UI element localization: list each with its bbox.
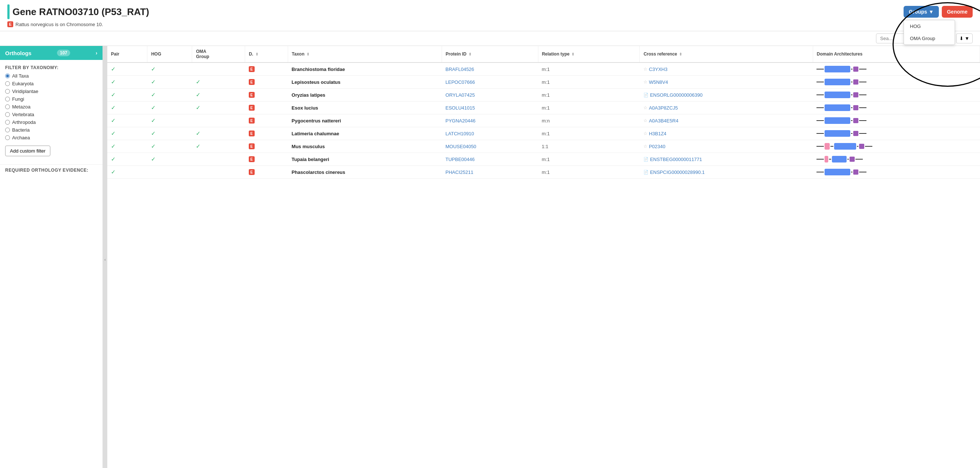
cross-ref-link[interactable]: 📄ENSPCIG00000028990.1 xyxy=(643,169,809,175)
radio-all-taxa-label: All Taxa xyxy=(12,73,29,79)
radio-fungi-input[interactable] xyxy=(5,97,10,102)
cross-ref-link[interactable]: ☆A0A3P8ZCJ5 xyxy=(643,105,809,111)
protein-id-link[interactable]: PHACI25211 xyxy=(445,169,473,175)
da-line-mid xyxy=(851,120,853,121)
relation-type-value: m:1 xyxy=(542,80,550,85)
subtitle-text: Rattus norvegicus is on Chromosome 10. xyxy=(16,22,103,27)
star-icon: ☆ xyxy=(643,67,648,72)
radio-archaea[interactable]: Archaea xyxy=(5,135,97,140)
add-custom-filter-button[interactable]: Add custom filter xyxy=(5,146,50,156)
radio-metazoa-input[interactable] xyxy=(5,104,10,109)
cross-ref-link[interactable]: ☆C3YXH3 xyxy=(643,67,809,72)
da-box-purple xyxy=(853,67,858,72)
radio-eukaryota-input[interactable] xyxy=(5,81,10,86)
d-badge: E xyxy=(249,156,255,162)
protein-id-link[interactable]: TUPBE00446 xyxy=(445,157,475,162)
radio-vertebrata-input[interactable] xyxy=(5,112,10,117)
radio-viridiplantae[interactable]: Viridiplantae xyxy=(5,89,97,94)
protein-id-link[interactable]: ORYLA07425 xyxy=(445,92,475,98)
radio-vertebrata[interactable]: Vertebrata xyxy=(5,112,97,117)
download-button[interactable]: ⬇ ▼ xyxy=(956,33,973,43)
cell-domain-arch xyxy=(813,62,980,76)
da-box-blue xyxy=(832,156,846,162)
radio-all-taxa-input[interactable] xyxy=(5,73,10,78)
protein-id-link[interactable]: LEPOC07666 xyxy=(445,80,475,85)
sidebar-chevron-icon[interactable]: › xyxy=(95,50,97,56)
cell-d: E xyxy=(245,153,288,166)
radio-vertebrata-label: Vertebrata xyxy=(12,112,34,117)
table-header-row: Pair HOG OMAGroup D. ⇕ Taxon ⇕ Protein I… xyxy=(107,46,980,62)
radio-archaea-input[interactable] xyxy=(5,135,10,140)
cross-ref-link[interactable]: 📄ENSORLG00000006390 xyxy=(643,92,809,98)
cell-protein-id: LEPOC07666 xyxy=(442,76,538,89)
table-row: ✓ ✓ E Branchiostoma floridae BRAFL04526 … xyxy=(107,62,980,76)
protein-id-link[interactable]: LATCH10910 xyxy=(445,131,474,136)
col-relation-type[interactable]: Relation type ⇕ xyxy=(538,46,640,62)
taxonomy-filter-section: FILTER BY TAXONOMY: All Taxa Eukaryota V… xyxy=(0,60,102,161)
cross-ref-link[interactable]: ☆W5N8V4 xyxy=(643,80,809,85)
sidebar-collapse-handle[interactable]: ‹ xyxy=(103,46,107,468)
radio-metazoa[interactable]: Metazoa xyxy=(5,104,97,110)
protein-id-link[interactable]: ESOLU41015 xyxy=(445,105,475,111)
star-icon: ☆ xyxy=(643,105,648,110)
cell-d: E xyxy=(245,102,288,114)
da-line-mid xyxy=(851,133,853,134)
header: Gene RATNO03710 (P53_RAT) E Rattus norve… xyxy=(0,0,980,31)
taxon-name: Esox lucius xyxy=(292,105,318,111)
domain-architecture xyxy=(816,156,976,162)
check-icon: ✓ xyxy=(196,130,200,136)
doc-icon: 📄 xyxy=(643,92,649,97)
cell-relation-type: m:1 xyxy=(538,166,640,179)
cell-pair: ✓ xyxy=(107,127,147,140)
radio-bacteria-label: Bacteria xyxy=(12,127,30,133)
groups-dropdown-menu: HOG OMA Group xyxy=(904,20,955,45)
da-line-mid xyxy=(851,172,853,172)
genome-button[interactable]: Genome xyxy=(942,6,973,18)
check-icon: ✓ xyxy=(111,130,116,136)
da-box-purple xyxy=(853,118,858,123)
radio-eukaryota-label: Eukaryota xyxy=(12,81,34,86)
da-line-left xyxy=(816,69,824,70)
col-pair: Pair xyxy=(107,46,147,62)
da-line-right xyxy=(859,69,867,70)
relation-type-value: 1:1 xyxy=(542,144,548,149)
cross-ref-link[interactable]: ☆H3B1Z4 xyxy=(643,131,809,136)
check-icon: ✓ xyxy=(111,169,116,175)
content-area: Orthologs 107 › FILTER BY TAXONOMY: All … xyxy=(0,46,980,468)
radio-viridiplantae-input[interactable] xyxy=(5,89,10,94)
radio-arthropoda[interactable]: Arthropoda xyxy=(5,119,97,125)
cross-ref-link[interactable]: ☆P02340 xyxy=(643,144,809,149)
cell-protein-id: PYGNA20446 xyxy=(442,114,538,127)
check-icon: ✓ xyxy=(196,104,200,111)
cross-ref-link[interactable]: ☆A0A3B4E5R4 xyxy=(643,118,809,124)
cell-cross-reference: ☆C3YXH3 xyxy=(640,62,813,76)
radio-all-taxa[interactable]: All Taxa xyxy=(5,73,97,79)
radio-bacteria-input[interactable] xyxy=(5,127,10,132)
radio-eukaryota[interactable]: Eukaryota xyxy=(5,81,97,86)
star-icon: ☆ xyxy=(643,80,648,84)
cell-cross-reference: ☆A0A3B4E5R4 xyxy=(640,114,813,127)
dropdown-item-oma-group[interactable]: OMA Group xyxy=(904,32,955,45)
protein-id-link[interactable]: PYGNA20446 xyxy=(445,118,476,124)
relation-type-value: m:1 xyxy=(542,105,550,111)
cross-ref-link[interactable]: 📄ENSTBEG00000011771 xyxy=(643,157,809,162)
dropdown-item-hog[interactable]: HOG xyxy=(904,20,955,32)
protein-id-link[interactable]: MOUSE04050 xyxy=(445,144,476,149)
col-taxon[interactable]: Taxon ⇕ xyxy=(288,46,442,62)
radio-fungi[interactable]: Fungi xyxy=(5,96,97,102)
groups-button[interactable]: Groups ▼ xyxy=(904,6,939,18)
col-cross-reference[interactable]: Cross reference ⇕ xyxy=(640,46,813,62)
radio-bacteria[interactable]: Bacteria xyxy=(5,127,97,133)
d-badge: E xyxy=(249,169,255,175)
da-line-right xyxy=(865,146,872,147)
col-protein-id[interactable]: Protein ID ⇕ xyxy=(442,46,538,62)
toolbar: ☰ ▼ ⬇ ▼ xyxy=(0,31,980,46)
radio-arthropoda-input[interactable] xyxy=(5,120,10,125)
cell-domain-arch xyxy=(813,127,980,140)
da-box-blue xyxy=(824,169,850,175)
main-table-area: Pair HOG OMAGroup D. ⇕ Taxon ⇕ Protein I… xyxy=(107,46,980,468)
cell-taxon: Tupaia belangeri xyxy=(288,153,442,166)
gene-title: Gene RATNO03710 (P53_RAT) xyxy=(13,6,149,18)
cell-domain-arch xyxy=(813,114,980,127)
protein-id-link[interactable]: BRAFL04526 xyxy=(445,67,474,72)
